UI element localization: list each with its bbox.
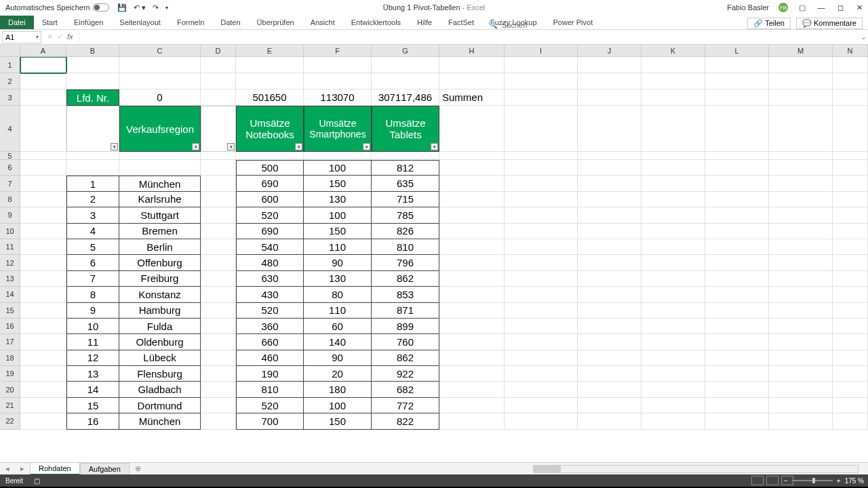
row-header[interactable]: 19	[0, 366, 20, 382]
cell[interactable]	[505, 303, 578, 319]
cell[interactable]: 11	[66, 334, 119, 350]
cell[interactable]	[66, 152, 119, 160]
cell[interactable]	[769, 398, 833, 413]
cell[interactable]: 520	[236, 207, 304, 223]
cell[interactable]: Stuttgart	[119, 207, 201, 223]
cell[interactable]: 715	[372, 192, 439, 207]
cell[interactable]	[705, 319, 769, 334]
cell[interactable]: 0	[119, 89, 201, 106]
cell[interactable]	[833, 239, 868, 255]
cell[interactable]	[505, 176, 578, 191]
cell[interactable]	[578, 57, 642, 73]
col-F[interactable]: F	[304, 45, 372, 56]
row-header[interactable]: 6	[0, 160, 20, 176]
cell[interactable]	[578, 303, 642, 319]
cell[interactable]	[20, 255, 66, 270]
cell[interactable]	[201, 224, 236, 239]
formula-expand-icon[interactable]: ⌄	[859, 33, 868, 41]
cell[interactable]	[769, 382, 833, 397]
tab-help[interactable]: Hilfe	[409, 16, 440, 29]
cell[interactable]	[833, 192, 868, 207]
cell[interactable]: 150	[304, 176, 372, 191]
row-header[interactable]: 12	[0, 255, 20, 270]
user-name[interactable]: Fabio Basler	[727, 3, 769, 12]
cell[interactable]: 360	[236, 319, 304, 334]
cell[interactable]	[439, 303, 505, 319]
cell[interactable]	[119, 160, 201, 176]
cell[interactable]	[20, 366, 66, 382]
name-box[interactable]: A1	[2, 31, 41, 43]
cell[interactable]	[201, 334, 236, 350]
col-M[interactable]: M	[769, 45, 833, 56]
cell[interactable]: 8	[66, 287, 119, 302]
cell[interactable]	[439, 350, 505, 366]
cell[interactable]: 180	[304, 382, 372, 397]
cell[interactable]	[20, 160, 66, 176]
cell[interactable]	[505, 334, 578, 350]
cell[interactable]: 10	[66, 319, 119, 334]
cell[interactable]	[833, 255, 868, 270]
cell[interactable]	[505, 57, 578, 73]
cell[interactable]	[439, 398, 505, 413]
cell[interactable]	[642, 239, 705, 255]
cell[interactable]: 520	[236, 303, 304, 319]
cell[interactable]: 480	[236, 255, 304, 270]
cell[interactable]	[642, 192, 705, 207]
col-I[interactable]: I	[505, 45, 578, 56]
save-icon[interactable]: 💾	[117, 3, 127, 12]
cell[interactable]: 785	[372, 207, 439, 223]
cell[interactable]	[705, 224, 769, 239]
cell[interactable]	[578, 255, 642, 270]
cell[interactable]	[304, 152, 372, 160]
qat-dropdown-icon[interactable]: ▾	[165, 5, 168, 11]
cell[interactable]	[769, 160, 833, 176]
cell[interactable]	[119, 73, 201, 89]
cell[interactable]: 100	[304, 207, 372, 223]
cell[interactable]	[439, 207, 505, 223]
cell[interactable]	[705, 160, 769, 176]
cell[interactable]	[642, 207, 705, 223]
zoom-level[interactable]: 175 %	[845, 477, 864, 485]
cell[interactable]	[705, 152, 769, 160]
cell[interactable]: Flensburg	[119, 366, 201, 382]
cell[interactable]	[20, 73, 66, 89]
cell[interactable]	[578, 239, 642, 255]
cell[interactable]: 922	[372, 366, 439, 382]
cell[interactable]: 113070	[304, 89, 372, 106]
cell[interactable]	[20, 398, 66, 413]
cell[interactable]: 2	[66, 192, 119, 207]
cell[interactable]	[505, 319, 578, 334]
cell[interactable]	[304, 57, 372, 73]
cell[interactable]	[642, 382, 705, 397]
cell[interactable]	[769, 239, 833, 255]
cell[interactable]	[769, 152, 833, 160]
cell[interactable]	[642, 89, 705, 106]
row-header[interactable]: 5	[0, 152, 20, 160]
cell[interactable]: 501650	[236, 89, 304, 106]
cell[interactable]	[201, 192, 236, 207]
user-avatar[interactable]: FB	[778, 3, 788, 12]
tab-powerpivot[interactable]: Power Pivot	[545, 16, 601, 29]
cell[interactable]: Umsätze Smartphones▾	[304, 106, 372, 152]
cell[interactable]: Dortmund	[119, 398, 201, 413]
cell[interactable]	[705, 382, 769, 397]
filter-icon[interactable]: ▾	[431, 143, 438, 150]
cell[interactable]	[833, 152, 868, 160]
cell[interactable]	[505, 366, 578, 382]
fx-icon[interactable]: fx	[67, 33, 73, 41]
cell[interactable]	[769, 207, 833, 223]
cell[interactable]	[769, 334, 833, 350]
cell[interactable]: 15	[66, 398, 119, 413]
tab-start[interactable]: Start	[34, 16, 66, 29]
cell[interactable]	[769, 224, 833, 239]
cell[interactable]: Lfd. Nr.	[66, 89, 119, 106]
minimize-icon[interactable]: —	[816, 3, 826, 12]
sheet-tab-other[interactable]: Aufgaben	[80, 463, 130, 475]
zoom-slider[interactable]	[792, 480, 833, 481]
cell[interactable]	[705, 192, 769, 207]
cell[interactable]	[20, 57, 66, 73]
row-header[interactable]: 15	[0, 303, 20, 319]
cell[interactable]	[705, 239, 769, 255]
cell[interactable]: 822	[372, 413, 439, 429]
cell[interactable]	[578, 382, 642, 397]
